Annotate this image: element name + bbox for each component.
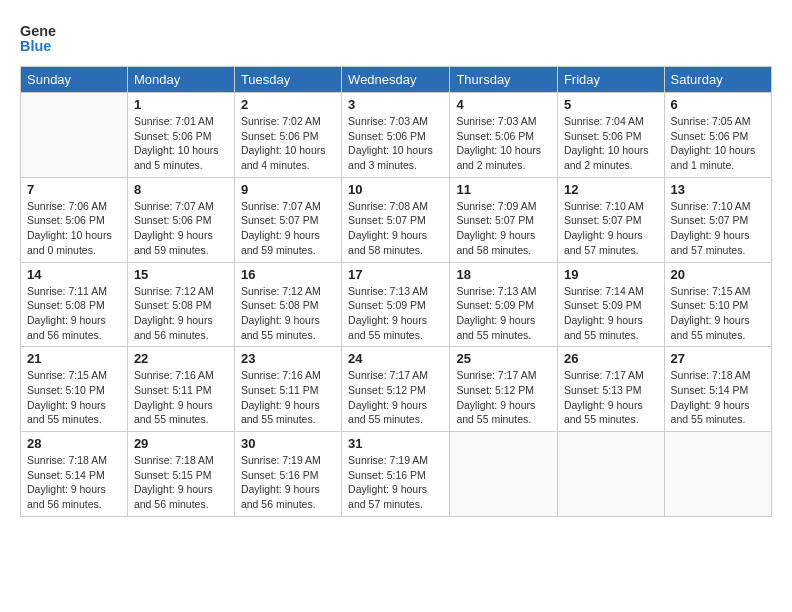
weekday-header-wednesday: Wednesday	[342, 67, 450, 93]
day-number: 12	[564, 182, 658, 197]
calendar-cell: 24Sunrise: 7:17 AM Sunset: 5:12 PM Dayli…	[342, 347, 450, 432]
calendar-cell: 31Sunrise: 7:19 AM Sunset: 5:16 PM Dayli…	[342, 432, 450, 517]
calendar-cell: 29Sunrise: 7:18 AM Sunset: 5:15 PM Dayli…	[127, 432, 234, 517]
day-info: Sunrise: 7:15 AM Sunset: 5:10 PM Dayligh…	[27, 368, 121, 427]
day-info: Sunrise: 7:19 AM Sunset: 5:16 PM Dayligh…	[241, 453, 335, 512]
calendar-body: 1Sunrise: 7:01 AM Sunset: 5:06 PM Daylig…	[21, 93, 772, 517]
day-number: 2	[241, 97, 335, 112]
day-number: 30	[241, 436, 335, 451]
calendar-cell: 28Sunrise: 7:18 AM Sunset: 5:14 PM Dayli…	[21, 432, 128, 517]
calendar-cell: 10Sunrise: 7:08 AM Sunset: 5:07 PM Dayli…	[342, 177, 450, 262]
day-info: Sunrise: 7:11 AM Sunset: 5:08 PM Dayligh…	[27, 284, 121, 343]
calendar-week-2: 7Sunrise: 7:06 AM Sunset: 5:06 PM Daylig…	[21, 177, 772, 262]
day-number: 9	[241, 182, 335, 197]
calendar-week-5: 28Sunrise: 7:18 AM Sunset: 5:14 PM Dayli…	[21, 432, 772, 517]
day-info: Sunrise: 7:18 AM Sunset: 5:14 PM Dayligh…	[27, 453, 121, 512]
calendar-cell: 13Sunrise: 7:10 AM Sunset: 5:07 PM Dayli…	[664, 177, 771, 262]
day-number: 27	[671, 351, 765, 366]
day-info: Sunrise: 7:16 AM Sunset: 5:11 PM Dayligh…	[134, 368, 228, 427]
calendar-cell: 23Sunrise: 7:16 AM Sunset: 5:11 PM Dayli…	[234, 347, 341, 432]
day-info: Sunrise: 7:12 AM Sunset: 5:08 PM Dayligh…	[134, 284, 228, 343]
logo-icon: General Blue	[20, 20, 56, 56]
calendar-cell: 17Sunrise: 7:13 AM Sunset: 5:09 PM Dayli…	[342, 262, 450, 347]
svg-text:Blue: Blue	[20, 38, 51, 54]
day-number: 14	[27, 267, 121, 282]
day-info: Sunrise: 7:01 AM Sunset: 5:06 PM Dayligh…	[134, 114, 228, 173]
day-info: Sunrise: 7:12 AM Sunset: 5:08 PM Dayligh…	[241, 284, 335, 343]
day-info: Sunrise: 7:17 AM Sunset: 5:13 PM Dayligh…	[564, 368, 658, 427]
day-number: 7	[27, 182, 121, 197]
calendar-cell: 19Sunrise: 7:14 AM Sunset: 5:09 PM Dayli…	[557, 262, 664, 347]
weekday-header-thursday: Thursday	[450, 67, 557, 93]
page-header: General Blue	[20, 20, 772, 56]
day-number: 21	[27, 351, 121, 366]
day-number: 4	[456, 97, 550, 112]
weekday-header-monday: Monday	[127, 67, 234, 93]
day-info: Sunrise: 7:18 AM Sunset: 5:15 PM Dayligh…	[134, 453, 228, 512]
day-number: 5	[564, 97, 658, 112]
calendar-cell	[21, 93, 128, 178]
day-number: 16	[241, 267, 335, 282]
day-number: 17	[348, 267, 443, 282]
day-number: 11	[456, 182, 550, 197]
day-info: Sunrise: 7:03 AM Sunset: 5:06 PM Dayligh…	[348, 114, 443, 173]
day-info: Sunrise: 7:06 AM Sunset: 5:06 PM Dayligh…	[27, 199, 121, 258]
day-number: 31	[348, 436, 443, 451]
day-info: Sunrise: 7:07 AM Sunset: 5:07 PM Dayligh…	[241, 199, 335, 258]
calendar-cell: 5Sunrise: 7:04 AM Sunset: 5:06 PM Daylig…	[557, 93, 664, 178]
day-info: Sunrise: 7:10 AM Sunset: 5:07 PM Dayligh…	[671, 199, 765, 258]
day-number: 24	[348, 351, 443, 366]
day-info: Sunrise: 7:10 AM Sunset: 5:07 PM Dayligh…	[564, 199, 658, 258]
calendar-cell: 25Sunrise: 7:17 AM Sunset: 5:12 PM Dayli…	[450, 347, 557, 432]
day-info: Sunrise: 7:13 AM Sunset: 5:09 PM Dayligh…	[348, 284, 443, 343]
day-info: Sunrise: 7:09 AM Sunset: 5:07 PM Dayligh…	[456, 199, 550, 258]
day-number: 3	[348, 97, 443, 112]
weekday-header-friday: Friday	[557, 67, 664, 93]
day-number: 8	[134, 182, 228, 197]
calendar-cell: 2Sunrise: 7:02 AM Sunset: 5:06 PM Daylig…	[234, 93, 341, 178]
calendar-cell: 3Sunrise: 7:03 AM Sunset: 5:06 PM Daylig…	[342, 93, 450, 178]
day-number: 1	[134, 97, 228, 112]
day-number: 22	[134, 351, 228, 366]
calendar-cell: 7Sunrise: 7:06 AM Sunset: 5:06 PM Daylig…	[21, 177, 128, 262]
day-number: 28	[27, 436, 121, 451]
weekday-header-saturday: Saturday	[664, 67, 771, 93]
day-number: 29	[134, 436, 228, 451]
calendar-cell	[450, 432, 557, 517]
calendar-week-3: 14Sunrise: 7:11 AM Sunset: 5:08 PM Dayli…	[21, 262, 772, 347]
day-number: 15	[134, 267, 228, 282]
weekday-header-sunday: Sunday	[21, 67, 128, 93]
calendar-cell: 22Sunrise: 7:16 AM Sunset: 5:11 PM Dayli…	[127, 347, 234, 432]
calendar-cell: 30Sunrise: 7:19 AM Sunset: 5:16 PM Dayli…	[234, 432, 341, 517]
day-number: 6	[671, 97, 765, 112]
day-info: Sunrise: 7:17 AM Sunset: 5:12 PM Dayligh…	[348, 368, 443, 427]
logo: General Blue	[20, 20, 56, 56]
calendar-cell: 18Sunrise: 7:13 AM Sunset: 5:09 PM Dayli…	[450, 262, 557, 347]
calendar-cell: 21Sunrise: 7:15 AM Sunset: 5:10 PM Dayli…	[21, 347, 128, 432]
day-number: 10	[348, 182, 443, 197]
day-number: 25	[456, 351, 550, 366]
calendar-cell: 1Sunrise: 7:01 AM Sunset: 5:06 PM Daylig…	[127, 93, 234, 178]
day-number: 18	[456, 267, 550, 282]
day-info: Sunrise: 7:02 AM Sunset: 5:06 PM Dayligh…	[241, 114, 335, 173]
calendar-cell: 16Sunrise: 7:12 AM Sunset: 5:08 PM Dayli…	[234, 262, 341, 347]
calendar-table: SundayMondayTuesdayWednesdayThursdayFrid…	[20, 66, 772, 517]
day-info: Sunrise: 7:19 AM Sunset: 5:16 PM Dayligh…	[348, 453, 443, 512]
day-info: Sunrise: 7:18 AM Sunset: 5:14 PM Dayligh…	[671, 368, 765, 427]
day-number: 13	[671, 182, 765, 197]
calendar-cell: 9Sunrise: 7:07 AM Sunset: 5:07 PM Daylig…	[234, 177, 341, 262]
day-info: Sunrise: 7:07 AM Sunset: 5:06 PM Dayligh…	[134, 199, 228, 258]
calendar-cell: 4Sunrise: 7:03 AM Sunset: 5:06 PM Daylig…	[450, 93, 557, 178]
day-info: Sunrise: 7:03 AM Sunset: 5:06 PM Dayligh…	[456, 114, 550, 173]
day-info: Sunrise: 7:05 AM Sunset: 5:06 PM Dayligh…	[671, 114, 765, 173]
day-info: Sunrise: 7:17 AM Sunset: 5:12 PM Dayligh…	[456, 368, 550, 427]
calendar-cell: 6Sunrise: 7:05 AM Sunset: 5:06 PM Daylig…	[664, 93, 771, 178]
calendar-cell: 15Sunrise: 7:12 AM Sunset: 5:08 PM Dayli…	[127, 262, 234, 347]
calendar-cell	[664, 432, 771, 517]
calendar-cell: 20Sunrise: 7:15 AM Sunset: 5:10 PM Dayli…	[664, 262, 771, 347]
day-info: Sunrise: 7:15 AM Sunset: 5:10 PM Dayligh…	[671, 284, 765, 343]
weekday-header-tuesday: Tuesday	[234, 67, 341, 93]
calendar-cell	[557, 432, 664, 517]
calendar-cell: 14Sunrise: 7:11 AM Sunset: 5:08 PM Dayli…	[21, 262, 128, 347]
calendar-cell: 11Sunrise: 7:09 AM Sunset: 5:07 PM Dayli…	[450, 177, 557, 262]
